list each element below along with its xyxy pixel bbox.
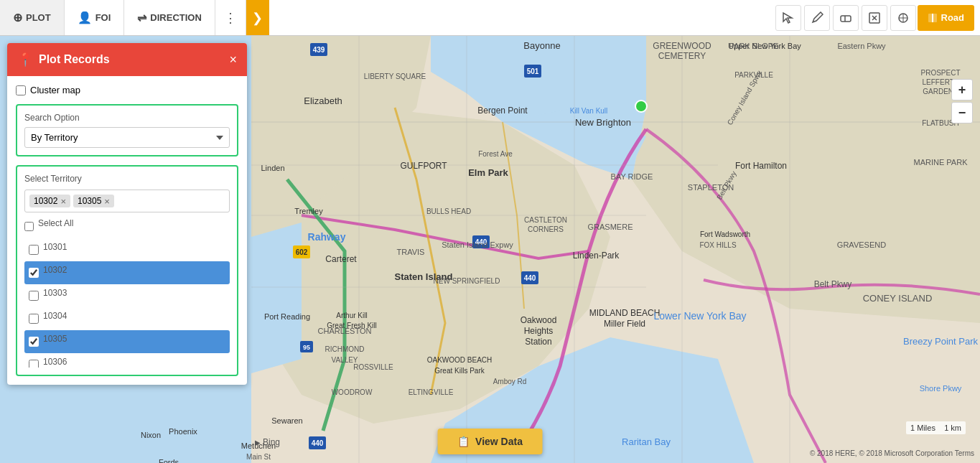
foi-icon: 👤 [78, 11, 92, 24]
svg-text:Arthur Kill: Arthur Kill [336, 312, 367, 319]
svg-text:CASTLETON: CASTLETON [524, 216, 567, 224]
close-panel-button[interactable]: × [229, 52, 237, 67]
svg-text:Great Fresh Kill: Great Fresh Kill [327, 322, 376, 329]
territory-10302-checkbox[interactable] [29, 268, 39, 278]
select-all-row: Select All [24, 218, 230, 234]
svg-text:PROSPECT: PROSPECT [920, 69, 960, 77]
territory-10302-label: 10302 [43, 265, 67, 275]
svg-text:New Brighton: New Brighton [575, 117, 631, 128]
zoom-out-button[interactable]: − [951, 102, 973, 123]
svg-text:Oakwood: Oakwood [521, 315, 557, 325]
svg-text:Shore Pkwy: Shore Pkwy [920, 384, 962, 393]
road-view-button[interactable]: Road [918, 5, 975, 31]
svg-text:Breezy Point Park: Breezy Point Park [903, 336, 979, 347]
territory-10303-label: 10303 [43, 288, 67, 298]
svg-text:Rahway: Rahway [308, 231, 346, 243]
svg-text:Fort Wadsworth: Fort Wadsworth [700, 230, 750, 238]
plot-button[interactable]: ⊕ PLOT [0, 0, 65, 35]
svg-text:440: 440 [312, 439, 324, 447]
svg-text:Belt Pkwy: Belt Pkwy [814, 279, 852, 289]
tag-input-area[interactable]: 10302 × 10305 × [24, 190, 230, 212]
select-all-label: Select All [38, 218, 73, 228]
territory-10301-checkbox[interactable] [29, 245, 39, 255]
svg-text:95: 95 [303, 344, 310, 351]
more-button[interactable]: ⋮ [215, 0, 246, 35]
svg-marker-0 [783, 13, 792, 23]
svg-text:Carteret: Carteret [325, 254, 357, 264]
select-all-checkbox[interactable] [24, 222, 34, 231]
cluster-map-row: Cluster map [16, 85, 238, 95]
svg-text:Linden: Linden [261, 164, 284, 172]
territory-item-10302[interactable]: 10302 [24, 261, 230, 284]
svg-text:RICHMOND: RICHMOND [325, 345, 365, 353]
svg-text:Station: Station [525, 337, 551, 347]
tag-10305-remove[interactable]: × [104, 197, 110, 206]
svg-text:BULLS HEAD: BULLS HEAD [426, 207, 471, 215]
territory-list[interactable]: 10301 10302 10303 10304 [24, 238, 230, 368]
cluster-map-checkbox[interactable] [16, 85, 26, 95]
svg-text:440: 440 [524, 274, 536, 282]
svg-text:Phoenix: Phoenix [169, 427, 197, 436]
direction-icon: ⇌ [137, 11, 146, 24]
search-option-select[interactable]: By Territory By Zone By District [24, 127, 230, 148]
svg-text:VALLEY: VALLEY [331, 356, 358, 364]
svg-text:Eastern Pkwy: Eastern Pkwy [837, 42, 886, 50]
svg-text:Staten Island Expwy: Staten Island Expwy [442, 240, 513, 249]
territory-10306-checkbox[interactable] [29, 360, 39, 368]
view-data-button[interactable]: 📋 View Data [437, 429, 543, 454]
territory-10303-checkbox[interactable] [29, 291, 39, 301]
svg-text:Elizabeth: Elizabeth [304, 95, 342, 106]
foi-button[interactable]: 👤 FOI [65, 0, 125, 35]
svg-text:Bergen Point: Bergen Point [477, 106, 528, 116]
bing-logo: ▶ Bing [255, 437, 280, 447]
eraser-tool-button[interactable] [833, 5, 859, 31]
territory-item-10305[interactable]: 10305 [24, 330, 230, 353]
territory-10304-checkbox[interactable] [29, 314, 39, 324]
territory-10306-label: 10306 [43, 357, 67, 367]
territory-item-10301[interactable]: 10301 [24, 238, 230, 261]
svg-text:CONEY ISLAND: CONEY ISLAND [863, 293, 933, 304]
svg-point-104 [635, 100, 647, 112]
svg-text:TRAVIS: TRAVIS [397, 248, 425, 256]
pin-icon: 📍 [17, 52, 33, 67]
svg-text:Kill Van Kull: Kill Van Kull [570, 107, 608, 115]
svg-text:MARINE PARK: MARINE PARK [914, 158, 969, 167]
svg-text:Raritan Bay: Raritan Bay [622, 436, 671, 447]
territory-item-10304[interactable]: 10304 [24, 307, 230, 330]
territory-item-10306[interactable]: 10306 [24, 353, 230, 368]
svg-text:Great Kills Park: Great Kills Park [434, 367, 485, 375]
map-tool-button[interactable] [890, 5, 916, 31]
collapse-button[interactable]: ❯ [246, 0, 269, 35]
view-data-icon: 📋 [457, 436, 470, 447]
svg-text:ELTINGVILLE: ELTINGVILLE [409, 388, 454, 396]
territory-section-label: Select Territory [24, 174, 230, 184]
plot-records-body: Cluster map Search Option By Territory B… [7, 76, 247, 385]
svg-text:602: 602 [296, 248, 308, 256]
svg-text:Fort Hamilton: Fort Hamilton [735, 161, 787, 171]
territory-10305-checkbox[interactable] [29, 337, 39, 347]
search-section: Search Option By Territory By Zone By Di… [16, 104, 238, 156]
toolbar: ⊕ PLOT 👤 FOI ⇌ DIRECTION ⋮ ❯ Road [0, 0, 980, 36]
tag-search-input[interactable] [117, 196, 225, 207]
svg-text:PARK SLOPE: PARK SLOPE [729, 42, 779, 50]
tag-10302-remove[interactable]: × [60, 197, 66, 206]
select-tool-button[interactable] [775, 5, 801, 31]
svg-text:GRAVESEND: GRAVESEND [837, 240, 886, 249]
pencil-tool-button[interactable] [804, 5, 830, 31]
search-option-label: Search Option [24, 113, 230, 123]
svg-text:WOODROW: WOODROW [332, 388, 373, 396]
svg-text:NEW SPRINGFIELD: NEW SPRINGFIELD [434, 277, 500, 285]
svg-text:BAY RIDGE: BAY RIDGE [611, 172, 653, 181]
direction-button[interactable]: ⇌ DIRECTION [124, 0, 215, 35]
plot-icon: ⊕ [13, 11, 22, 24]
svg-text:LIBERTY SQUARE: LIBERTY SQUARE [364, 73, 426, 80]
svg-text:Port Reading: Port Reading [264, 312, 310, 321]
svg-text:FOX HILLS: FOX HILLS [699, 241, 736, 249]
svg-text:MIDLAND BEACH: MIDLAND BEACH [589, 308, 661, 318]
svg-text:OAKWOOD BEACH: OAKWOOD BEACH [427, 356, 493, 364]
svg-text:GREENWOOD: GREENWOOD [653, 41, 711, 51]
zoom-in-button[interactable]: + [951, 79, 973, 100]
territory-10305-label: 10305 [43, 334, 67, 344]
territory-item-10303[interactable]: 10303 [24, 284, 230, 307]
edit-tool-button[interactable] [862, 5, 887, 31]
